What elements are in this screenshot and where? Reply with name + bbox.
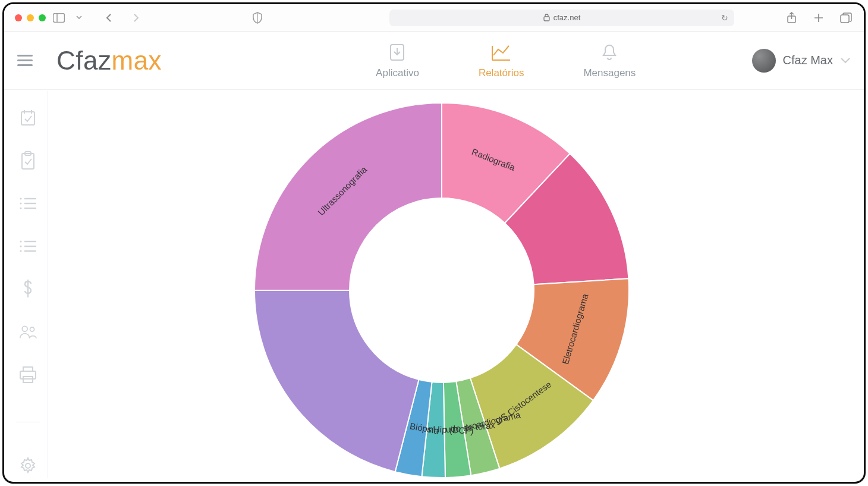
lock-icon xyxy=(543,14,550,21)
users-icon[interactable] xyxy=(19,323,37,341)
download-icon xyxy=(387,42,407,62)
maximize-window-button[interactable] xyxy=(39,14,46,21)
address-bar[interactable]: cfaz.net ↻ xyxy=(389,10,734,26)
chart-area: RadiografiaEletrocardiogramaUS Cistocent… xyxy=(49,91,860,478)
logo-accent: max xyxy=(111,46,162,75)
donut-slice[interactable] xyxy=(254,103,442,290)
gear-icon[interactable] xyxy=(19,457,37,475)
svg-rect-32 xyxy=(20,371,36,379)
rail-separator xyxy=(16,422,40,422)
svg-point-30 xyxy=(30,327,34,331)
svg-rect-0 xyxy=(54,13,65,22)
app-header: Cfazmax Aplicativo Relatórios Mensagens xyxy=(4,32,864,90)
donut-slice[interactable] xyxy=(254,290,419,472)
nav-mensagens[interactable]: Mensagens xyxy=(583,42,636,79)
shield-icon[interactable] xyxy=(250,11,265,25)
back-button[interactable] xyxy=(102,11,116,25)
nav-aplicativo[interactable]: Aplicativo xyxy=(376,42,419,79)
printer-icon[interactable] xyxy=(19,366,37,384)
logo[interactable]: Cfazmax xyxy=(56,46,162,76)
svg-point-18 xyxy=(20,202,21,204)
svg-rect-3 xyxy=(544,17,549,21)
left-rail xyxy=(8,91,48,478)
user-name: Cfaz Max xyxy=(783,54,833,67)
forward-button[interactable] xyxy=(129,11,143,25)
top-nav: Aplicativo Relatórios Mensagens xyxy=(376,42,636,79)
chart-icon xyxy=(491,42,511,62)
dollar-icon[interactable] xyxy=(19,280,37,298)
nav-label: Aplicativo xyxy=(376,67,419,79)
svg-rect-8 xyxy=(841,15,849,23)
nav-label: Mensagens xyxy=(583,67,636,79)
donut-chart: RadiografiaEletrocardiogramaUS Cistocent… xyxy=(246,100,638,484)
nav-buttons xyxy=(102,11,143,25)
close-window-button[interactable] xyxy=(15,14,22,21)
menu-button[interactable] xyxy=(17,51,36,70)
reload-icon[interactable]: ↻ xyxy=(721,13,728,23)
svg-point-22 xyxy=(20,240,21,242)
list-icon-2[interactable] xyxy=(19,237,37,255)
browser-window: cfaz.net ↻ Cfazmax xyxy=(2,2,866,484)
clipboard-check-icon[interactable] xyxy=(19,152,37,170)
svg-point-26 xyxy=(20,250,21,252)
minimize-window-button[interactable] xyxy=(27,14,34,21)
svg-point-16 xyxy=(20,197,21,199)
calendar-check-icon[interactable] xyxy=(19,109,37,127)
new-tab-icon[interactable] xyxy=(812,11,826,25)
sidebar-toggle-icon[interactable] xyxy=(52,11,66,25)
tabs-icon[interactable] xyxy=(839,11,853,25)
chevron-down-icon xyxy=(840,54,851,67)
svg-point-34 xyxy=(26,463,30,468)
nav-relatorios[interactable]: Relatórios xyxy=(479,42,524,79)
svg-point-29 xyxy=(22,326,27,331)
svg-point-20 xyxy=(20,207,21,209)
url-text: cfaz.net xyxy=(553,13,581,22)
svg-rect-11 xyxy=(21,112,34,125)
chevron-down-icon[interactable] xyxy=(72,11,86,25)
logo-main: Cfaz xyxy=(56,46,111,75)
share-icon[interactable] xyxy=(784,11,798,25)
svg-rect-31 xyxy=(23,367,33,371)
svg-point-24 xyxy=(20,245,21,247)
avatar xyxy=(752,49,776,73)
browser-toolbar: cfaz.net ↻ xyxy=(4,4,864,32)
user-menu[interactable]: Cfaz Max xyxy=(752,49,851,73)
nav-label: Relatórios xyxy=(479,67,524,79)
bell-icon xyxy=(599,42,619,62)
traffic-lights xyxy=(15,14,46,21)
list-icon[interactable] xyxy=(19,195,37,212)
